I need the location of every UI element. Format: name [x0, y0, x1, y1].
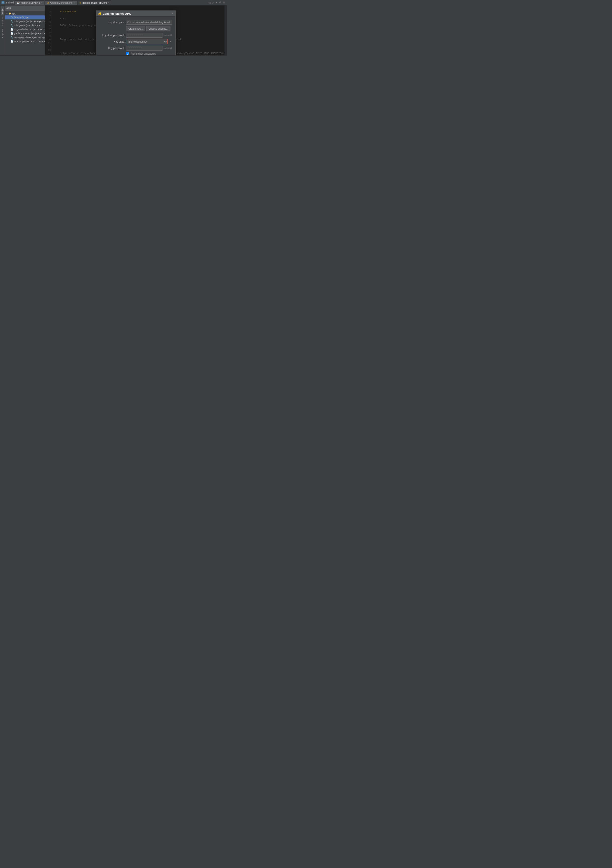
keystore-password-hint: android: [164, 34, 172, 36]
keystore-path-row: Key store path:: [100, 20, 172, 25]
tree-item-proguard[interactable]: 📄 proguard-rules.pro (ProGuard Rules for…: [5, 27, 45, 31]
dialog-title: 🔐 Generate Signed APK: [98, 12, 131, 15]
keystore-path-label: Key store path:: [100, 21, 125, 24]
key-password-hint: android: [164, 47, 172, 49]
tree-label-gradle-prop: gradle.properties (Project Properties): [14, 32, 45, 35]
dialog-close-button[interactable]: ×: [172, 12, 174, 15]
tree-item-settings-gradle[interactable]: 🔧 Settings.gradle (Project Settings): [5, 36, 45, 39]
key-password-input[interactable]: [126, 46, 163, 51]
tab-maps-activity[interactable]: ☕ MapsActivity.java ×: [15, 0, 44, 5]
title-bar-left: A android: [2, 1, 14, 4]
project-panel-header: app: [5, 5, 45, 11]
keystore-password-row: Key store password: android: [100, 33, 172, 38]
stop-btn[interactable]: ✕: [215, 1, 217, 4]
key-password-row: Key password: android: [100, 46, 172, 51]
tree-label-settings: Settings.gradle (Project Settings): [14, 36, 45, 39]
key-alias-row: Key alias: androiddebugkey ▼: [100, 39, 172, 44]
title-bar: A android ☕ MapsActivity.java × ⊞ Androi…: [0, 0, 227, 5]
prop-icon-1: 📄: [11, 28, 13, 31]
tab-google-maps-api[interactable]: ⊞ google_maps_api.xml ×: [77, 0, 112, 5]
title-bar-actions: ◁ ▷ ✕ ↺ ⚙: [208, 1, 225, 4]
editor-content: 1 2 3 4 5 6 7 8 9 10 11 12 13 14 15 16 1: [45, 5, 227, 55]
folder-icon-app: 📁: [9, 12, 11, 15]
tree-label-gradle-scripts: Gradle Scripts: [14, 16, 29, 19]
key-alias-hint: ▼: [170, 40, 172, 43]
project-panel-content: ▼ 📁 app ▼ 🔧 Gradle Scripts 🔧 build.gradl…: [5, 11, 45, 55]
keystore-password-label: Key store password:: [100, 34, 125, 37]
refresh-btn[interactable]: ↺: [219, 1, 221, 4]
gradle-icon-2: 🔧: [11, 24, 13, 27]
side-tab-captures[interactable]: Captures: [1, 28, 4, 39]
tree-item-build-gradle-app[interactable]: 🔧 build.gradle (Module: app): [5, 23, 45, 27]
forward-btn[interactable]: ▷: [212, 1, 214, 4]
dialog-icon: 🔐: [98, 12, 102, 15]
tree-item-gradle-properties[interactable]: 📄 gradle.properties (Project Properties): [5, 31, 45, 36]
tab-close-maps[interactable]: ×: [41, 2, 42, 4]
tab-label-api: google_maps_api.xml: [82, 2, 107, 4]
remember-passwords-label: Remember passwords: [131, 52, 156, 55]
editor-tabs: ☕ MapsActivity.java × ⊞ AndroidManifest.…: [15, 0, 207, 5]
key-alias-select[interactable]: androiddebugkey: [126, 39, 168, 44]
side-tabs: Project Structure Captures: [0, 5, 5, 55]
tree-item-app[interactable]: ▼ 📁 app: [5, 11, 45, 16]
ide-icon: A: [2, 1, 5, 4]
tree-label-proguard: proguard-rules.pro (ProGuard Rules for a…: [14, 28, 45, 31]
side-tab-structure[interactable]: Structure: [1, 16, 4, 27]
tree-label-app: app: [12, 12, 16, 15]
dialog-body: Key store path: Create new... Choose exi…: [96, 17, 175, 55]
create-new-button[interactable]: Create new...: [126, 26, 145, 31]
tree-item-build-gradle-project[interactable]: 🔧 build.gradle (Project:GoogleMaps_Exemp…: [5, 19, 45, 23]
arrow-app: ▼: [6, 12, 8, 15]
keystore-password-input[interactable]: [126, 33, 163, 38]
generate-signed-apk-dialog: 🔐 Generate Signed APK × Key store path:: [96, 11, 176, 55]
key-password-label: Key password:: [100, 47, 125, 50]
gradle-icon: 🔧: [11, 16, 14, 19]
tab-android-manifest[interactable]: ⊞ AndroidManifest.xml ×: [45, 0, 77, 5]
tree-label-local-prop: local.properties (SDK Location): [14, 40, 45, 43]
side-tab-project[interactable]: Project: [1, 6, 4, 16]
keystore-action-buttons: Create new... Choose existing...: [126, 26, 170, 31]
xml-icon-api: ⊞: [79, 2, 82, 4]
arrow-gradle: ▼: [8, 16, 10, 19]
tree-item-gradle-scripts[interactable]: ▼ 🔧 Gradle Scripts: [5, 16, 45, 19]
dialog-backdrop: 🔐 Generate Signed APK × Key store path:: [45, 5, 227, 55]
keystore-buttons-row: Create new... Choose existing...: [100, 26, 172, 31]
tab-close-manifest[interactable]: ×: [73, 2, 75, 4]
tree-label-build-app: build.gradle (Module: app): [14, 24, 40, 27]
xml-icon-manifest: ⊞: [47, 2, 49, 4]
gradle-icon-1: 🔧: [11, 20, 13, 23]
remember-passwords-checkbox[interactable]: [126, 52, 129, 55]
prop-icon-3: 📄: [11, 40, 13, 43]
tree-label-build-project: build.gradle (Project:GoogleMaps_Exemplo…: [14, 20, 45, 23]
dialog-title-text: Generate Signed APK: [103, 12, 131, 15]
remember-passwords-row: Remember passwords: [100, 52, 172, 55]
project-panel: app ▼ 📁 app ▼ 🔧 Gradle Scripts 🔧 build.g…: [5, 5, 45, 55]
status-bar: [0, 55, 227, 60]
prop-icon-2: 📄: [11, 32, 13, 35]
ide-shell: A android ☕ MapsActivity.java × ⊞ Androi…: [0, 0, 227, 60]
project-panel-title: app: [6, 7, 11, 9]
keystore-path-input[interactable]: [126, 20, 172, 25]
back-btn[interactable]: ◁: [208, 1, 210, 4]
tab-close-api[interactable]: ×: [108, 2, 109, 4]
gradle-icon-3: 🔧: [11, 36, 13, 39]
main-layout: Project Structure Captures app ▼ 📁 app ▼…: [0, 5, 227, 55]
settings-btn[interactable]: ⚙: [223, 1, 225, 4]
java-icon: ☕: [17, 2, 20, 4]
project-name: android: [6, 1, 14, 4]
tab-label-maps: MapsActivity.java: [21, 2, 40, 4]
dialog-title-bar: 🔐 Generate Signed APK ×: [96, 11, 175, 17]
tab-label-manifest: AndroidManifest.xml: [50, 2, 73, 4]
editor-area: 1 2 3 4 5 6 7 8 9 10 11 12 13 14 15 16 1: [45, 5, 227, 55]
key-alias-label: Key alias:: [100, 40, 125, 43]
tree-item-local-properties[interactable]: 📄 local.properties (SDK Location): [5, 39, 45, 43]
choose-existing-button[interactable]: Choose existing...: [146, 26, 171, 31]
